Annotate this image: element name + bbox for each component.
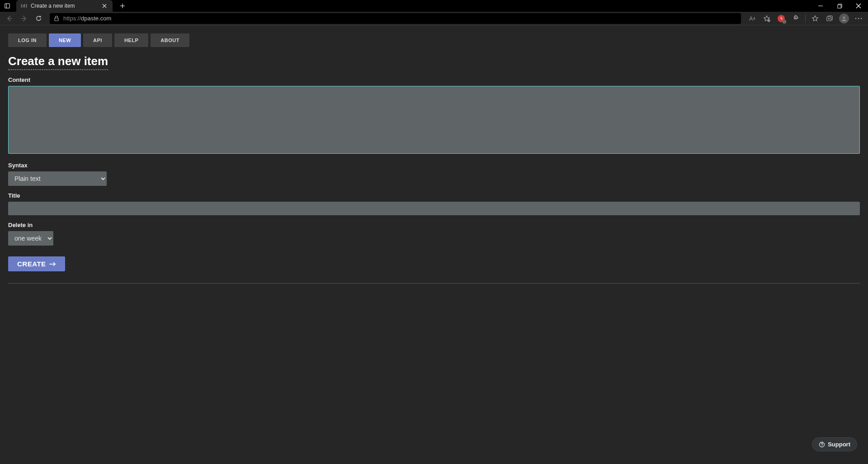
content-group: Content [8,76,860,156]
divider [8,283,860,284]
delete-in-select[interactable]: one week [8,231,53,246]
page-title: Create a new item [8,54,108,70]
svg-point-20 [855,18,857,19]
ellipsis-icon [855,18,862,19]
bookmarks-button[interactable] [808,12,822,25]
title-label: Title [8,192,860,199]
refresh-icon [35,15,42,22]
toolbar-separator [805,14,806,23]
svg-point-22 [861,18,862,19]
close-window-button[interactable] [849,0,868,12]
support-button[interactable]: Support [812,437,857,451]
minimize-button[interactable] [811,0,830,12]
puzzle-icon [792,15,799,22]
nav-about[interactable]: ABOUT [151,33,189,47]
x-icon [102,4,107,8]
svg-rect-0 [5,4,10,8]
refresh-button[interactable] [32,12,45,25]
svg-rect-7 [837,5,840,8]
browser-titlebar: {d} Create a new item [0,0,868,12]
address-text: https://dpaste.com [63,15,111,22]
arrow-right-icon [20,15,28,22]
maximize-icon [837,4,842,9]
maximize-button[interactable] [830,0,849,12]
star-add-icon [763,15,770,22]
syntax-select[interactable]: Plain text [8,171,107,186]
nav-help[interactable]: HELP [114,33,148,47]
syntax-group: Syntax Plain text [8,162,860,186]
x-icon [856,3,861,9]
toolbar-right [745,12,865,25]
ext-badge [783,20,786,24]
site-nav: LOG IN NEW API HELP ABOUT [8,33,860,47]
plus-icon [120,3,125,9]
arrow-left-icon [6,15,13,22]
minimize-icon [818,3,823,9]
forward-button[interactable] [17,12,31,25]
tab-title: Create a new item [31,3,75,9]
browser-tab[interactable]: {d} Create a new item [16,0,113,12]
page-content: LOG IN NEW API HELP ABOUT Create a new i… [0,25,868,464]
address-bar[interactable]: https://dpaste.com [50,13,741,24]
person-icon [841,15,847,22]
svg-point-25 [822,445,822,446]
read-aloud-button[interactable] [745,12,759,25]
window-controls [811,0,868,12]
profile-button[interactable] [837,12,851,25]
arrow-right-icon [49,262,56,266]
favorites-button[interactable] [760,12,774,25]
svg-point-21 [858,18,859,19]
help-circle-icon [819,441,825,448]
text-a-icon [749,15,756,22]
close-tab-button[interactable] [101,2,108,9]
star-icon [811,15,819,22]
ext-red-circle-icon [778,15,785,22]
svg-point-19 [843,16,845,19]
collections-button[interactable] [823,12,836,25]
lock-icon [53,15,60,22]
content-textarea[interactable] [8,86,860,154]
browser-toolbar: https://dpaste.com [0,12,868,25]
delete-in-label: Delete in [8,222,860,228]
title-group: Title [8,192,860,215]
syntax-label: Syntax [8,162,860,169]
create-button-label: CREATE [17,260,46,268]
extension-button[interactable] [774,12,788,25]
titlebar-left: {d} Create a new item [0,0,129,12]
panel-icon [4,3,10,9]
avatar [839,14,849,24]
svg-rect-12 [55,18,58,21]
nav-api[interactable]: API [83,33,112,47]
delete-in-group: Delete in one week [8,222,860,246]
more-menu-button[interactable] [852,12,865,25]
tab-actions-icon[interactable] [0,0,14,12]
url-protocol: https:// [63,15,81,22]
url-host: dpaste.com [81,15,111,22]
title-input[interactable] [8,202,860,215]
content-label: Content [8,76,860,83]
support-label: Support [828,441,850,448]
nav-new[interactable]: NEW [49,33,81,47]
extensions-menu-button[interactable] [789,12,802,25]
tab-favicon: {d} [21,3,27,9]
create-button[interactable]: CREATE [8,256,65,271]
new-tab-button[interactable] [116,0,129,12]
nav-login[interactable]: LOG IN [8,33,47,47]
back-button[interactable] [3,12,16,25]
collections-icon [826,15,833,22]
